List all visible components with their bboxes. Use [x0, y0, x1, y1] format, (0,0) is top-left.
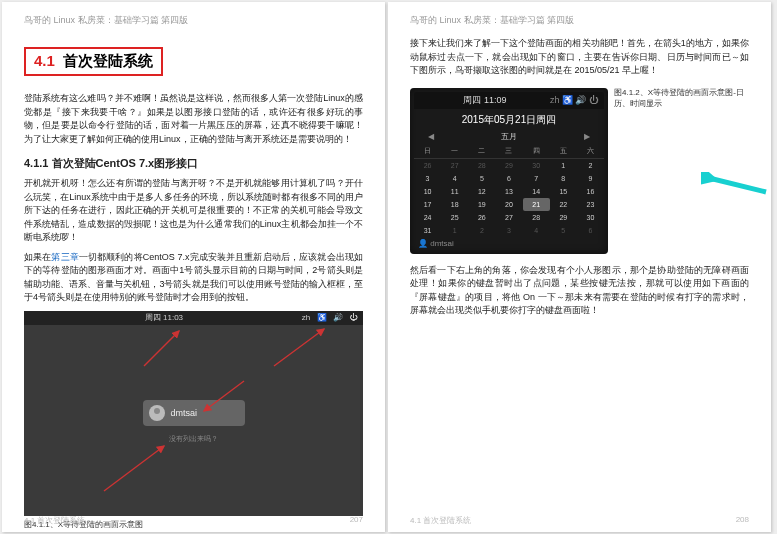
calendar-day: 23 [577, 198, 604, 211]
calendar-day: 8 [550, 172, 577, 185]
page-spread: 鸟哥的 Linux 私房菜：基础学习篇 第四版 4.1 首次登陆系统 登陆系统有… [0, 0, 777, 534]
calendar-month: 五月 [501, 131, 517, 142]
footer-pagenum: 207 [350, 515, 363, 526]
calendar-day: 11 [441, 185, 468, 198]
page-left: 鸟哥的 Linux 私房菜：基础学习篇 第四版 4.1 首次登陆系统 登陆系统有… [2, 2, 385, 532]
calendar-day: 4 [441, 172, 468, 185]
calendar-day: 20 [495, 198, 522, 211]
calendar-day: 28 [523, 211, 550, 224]
paragraph: 然后看一下右上角的角落，你会发现有个小人形图示，那个是协助登陆的无障碍画面处理！… [410, 264, 749, 318]
calendar-day: 27 [441, 158, 468, 172]
calendar-dow: 五 [550, 144, 577, 159]
calendar-date: 2015年05月21日周四 [414, 109, 604, 129]
calendar-widget: 周四 11:09 zh ♿ 🔊 ⏻ 2015年05月21日周四 ◀ 五月 ▶ 日… [410, 88, 608, 254]
footer-section: 4.1 首次登陆系统 [24, 515, 85, 526]
next-month-icon: ▶ [584, 132, 590, 141]
svg-line-3 [104, 446, 164, 491]
calendar-day: 1 [550, 158, 577, 172]
calendar-day: 30 [523, 158, 550, 172]
paragraph: 如果在第三章一切都顺利的将CentOS 7.x完成安装并且重新启动后，应该就会出… [24, 251, 363, 305]
link-chapter3[interactable]: 第三章 [51, 252, 78, 262]
calendar-dow: 四 [523, 144, 550, 159]
calendar-day: 13 [495, 185, 522, 198]
calendar-day: 6 [577, 224, 604, 237]
footer-section: 4.1 首次登陆系统 [410, 515, 471, 526]
calendar-day: 29 [550, 211, 577, 224]
topbar-icons: zh ♿ 🔊 ⏻ [550, 95, 598, 105]
paragraph: 开机就开机呀！怎么还有所谓的登陆与离开呀？不是开机就能够用计算机了吗？开什么玩笑… [24, 177, 363, 245]
calendar-topbar-time: 周四 11:09 [463, 94, 506, 107]
svg-line-2 [204, 381, 244, 411]
calendar-dow: 三 [495, 144, 522, 159]
calendar-grid: 日一二三四五六 26272829301234567891011121314151… [414, 144, 604, 237]
calendar-month-row: ◀ 五月 ▶ [414, 129, 604, 144]
calendar-day: 3 [414, 172, 441, 185]
calendar-dow: 日 [414, 144, 441, 159]
calendar-day: 12 [468, 185, 495, 198]
calendar-dow: 六 [577, 144, 604, 159]
section-title: 首次登陆系统 [63, 52, 153, 69]
calendar-day: 14 [523, 185, 550, 198]
calendar-user: 👤 dmtsai [414, 237, 604, 250]
page-right: 鸟哥的 Linux 私房菜：基础学习篇 第四版 接下来让我们来了解一下这个登陆画… [388, 2, 771, 532]
figure-caption: 图4.1.2、X等待登陆的画面示意图-日历、时间显示 [614, 87, 749, 109]
svg-line-1 [274, 329, 324, 366]
calendar-day: 5 [468, 172, 495, 185]
paragraph: 接下来让我们来了解一下这个登陆画面的相关功能吧！首先，在箭头1的地方，如果你动鼠… [410, 37, 749, 78]
calendar-day: 18 [441, 198, 468, 211]
calendar-day: 1 [441, 224, 468, 237]
calendar-day: 2 [468, 224, 495, 237]
page-footer: 4.1 首次登陆系统 207 [24, 515, 363, 526]
calendar-day: 7 [523, 172, 550, 185]
page-footer: 4.1 首次登陆系统 208 [410, 515, 749, 526]
calendar-day: 31 [414, 224, 441, 237]
subsection-heading: 4.1.1 首次登陆CentOS 7.x图形接口 [24, 156, 363, 171]
calendar-day: 30 [577, 211, 604, 224]
calendar-day: 4 [523, 224, 550, 237]
page-header: 鸟哥的 Linux 私房菜：基础学习篇 第四版 [24, 14, 363, 27]
calendar-day: 6 [495, 172, 522, 185]
calendar-day: 5 [550, 224, 577, 237]
calendar-block: 周四 11:09 zh ♿ 🔊 ⏻ 2015年05月21日周四 ◀ 五月 ▶ 日… [410, 84, 749, 258]
calendar-day: 26 [468, 211, 495, 224]
calendar-day: 2 [577, 158, 604, 172]
pointer-arrow-icon [701, 172, 771, 196]
calendar-dow: 二 [468, 144, 495, 159]
calendar-day: 26 [414, 158, 441, 172]
calendar-day: 3 [495, 224, 522, 237]
calendar-dow: 一 [441, 144, 468, 159]
calendar-day: 24 [414, 211, 441, 224]
calendar-day: 25 [441, 211, 468, 224]
annotation-arrows [24, 311, 363, 516]
prev-month-icon: ◀ [428, 132, 434, 141]
calendar-day: 9 [577, 172, 604, 185]
calendar-topbar: 周四 11:09 zh ♿ 🔊 ⏻ [414, 92, 604, 109]
paragraph: 登陆系统有这么难吗？并不难啊！虽然说是这样说，然而很多人第一次登陆Linux的感… [24, 92, 363, 146]
svg-line-0 [144, 331, 179, 366]
calendar-day: 28 [468, 158, 495, 172]
calendar-day: 21 [523, 198, 550, 211]
calendar-day: 16 [577, 185, 604, 198]
calendar-day: 15 [550, 185, 577, 198]
calendar-day: 10 [414, 185, 441, 198]
calendar-day: 27 [495, 211, 522, 224]
svg-line-4 [709, 178, 766, 192]
section-number: 4.1 [34, 52, 55, 69]
section-title-box: 4.1 首次登陆系统 [24, 47, 163, 76]
footer-pagenum: 208 [736, 515, 749, 526]
calendar-day: 29 [495, 158, 522, 172]
calendar-day: 22 [550, 198, 577, 211]
calendar-day: 17 [414, 198, 441, 211]
page-header: 鸟哥的 Linux 私房菜：基础学习篇 第四版 [410, 14, 749, 27]
calendar-day: 19 [468, 198, 495, 211]
login-screenshot: 周四 11:03 zh ♿ 🔊 ⏻ dmtsai 没有列出来吗？ [24, 311, 363, 516]
